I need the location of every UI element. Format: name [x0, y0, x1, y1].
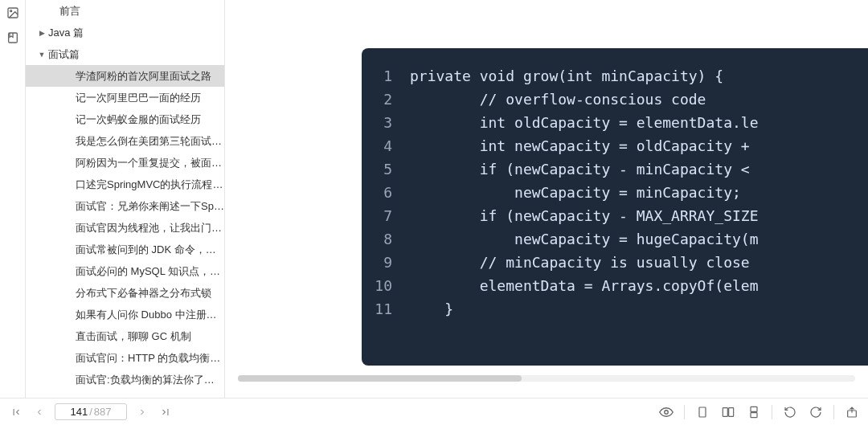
divider — [684, 405, 685, 419]
outline-item-label: 面试官问：HTTP 的负载均衡你了… — [76, 351, 224, 366]
share-icon[interactable] — [844, 404, 860, 420]
line-number: 11 — [362, 297, 410, 321]
code-line: 2 // overflow-conscious code — [362, 88, 868, 111]
code-line: 9 // minCapacity is usually close — [362, 251, 868, 274]
outline-item[interactable]: 前言 — [26, 0, 224, 22]
svg-rect-7 — [751, 407, 757, 411]
divider — [772, 405, 772, 419]
outline-item-label: 分布式下必备神器之分布式锁 — [76, 286, 211, 300]
outline-item[interactable]: ▶Java 篇 — [26, 22, 224, 43]
code-line: 7 if (newCapacity - MAX_ARRAY_SIZE — [362, 204, 868, 227]
outline-item[interactable]: 我是怎么倒在美团第三轮面试之下的 — [26, 130, 224, 152]
svg-rect-6 — [729, 407, 734, 416]
line-number: 6 — [362, 181, 410, 204]
code-line: 3 int oldCapacity = elementData.le — [362, 111, 868, 134]
line-number: 9 — [362, 251, 410, 274]
line-number: 4 — [362, 134, 410, 157]
code-line: 10 elementData = Arrays.copyOf(elem — [362, 274, 868, 297]
outline-item[interactable]: 面试必问的 MySQL 知识点，你还… — [26, 260, 224, 282]
continuous-scroll-icon[interactable] — [746, 404, 762, 420]
code-block: 1private void grow(int minCapacity) {2 /… — [362, 48, 868, 366]
line-number: 1 — [362, 64, 410, 88]
outline-item[interactable]: 记一次阿里巴巴一面的经历 — [26, 87, 224, 108]
outline-item-label: 面试官：兄弟你来阐述一下Spring… — [76, 199, 224, 214]
outline-item[interactable]: 面试官:负载均衡的算法你了解不? — [26, 369, 224, 390]
code-text: elementData = Arrays.copyOf(elem — [410, 274, 758, 297]
left-toolbar — [0, 0, 26, 398]
caret-right-icon[interactable]: ▶ — [35, 29, 48, 37]
outline-sidebar[interactable]: 前言▶Java 篇▼面试篇学渣阿粉的首次阿里面试之路记一次阿里巴巴一面的经历记一… — [26, 0, 225, 398]
outline-item[interactable]: 直击面试，聊聊 GC 机制 — [26, 325, 224, 347]
outline-item-label: 记一次蚂蚁金服的面试经历 — [76, 112, 201, 127]
page-indicator[interactable]: 141 / 887 — [55, 403, 127, 420]
outline-item-label: 我是怎么倒在美团第三轮面试之下的 — [76, 134, 224, 149]
outline-item-label: 直击面试，聊聊 GC 机制 — [76, 329, 191, 344]
outline-item-label: 面试常被问到的 JDK 命令，你知… — [76, 243, 224, 257]
outline-item-label: 前言 — [59, 4, 80, 18]
code-line: 5 if (newCapacity - minCapacity < — [362, 157, 868, 181]
outline-item[interactable]: 面试官：兄弟你来阐述一下Spring… — [26, 195, 224, 217]
divider — [833, 405, 834, 419]
svg-rect-8 — [751, 412, 757, 417]
svg-point-1 — [10, 10, 11, 12]
code-text: newCapacity = hugeCapacity(m — [410, 227, 758, 251]
outline-item[interactable]: 分布式下必备神器之分布式锁 — [26, 282, 224, 304]
next-page-button[interactable] — [135, 405, 149, 419]
code-text: // overflow-conscious code — [410, 88, 706, 111]
outline-item[interactable]: 如果有人问你 Dubbo 中注册中心… — [26, 304, 224, 325]
svg-rect-5 — [723, 407, 727, 416]
content-area: 1private void grow(int minCapacity) {2 /… — [225, 0, 868, 398]
thumbnails-icon[interactable] — [6, 6, 19, 22]
outline-item-label: 口述完SpringMVC的执行流程后，… — [76, 178, 224, 192]
outline-item[interactable]: ▼面试篇 — [26, 43, 224, 65]
bottom-toolbar: 141 / 887 — [0, 398, 868, 425]
outline-item-label: 面试官因为线程池，让我出门左拐！ — [76, 221, 224, 235]
single-page-icon[interactable] — [694, 404, 710, 420]
outline-item-label: 记一次阿里巴巴一面的经历 — [76, 91, 201, 105]
current-page: 141 — [70, 406, 88, 418]
code-line: 4 int newCapacity = oldCapacity + — [362, 134, 868, 157]
horizontal-scrollbar[interactable] — [238, 375, 855, 382]
svg-rect-4 — [699, 407, 706, 417]
line-number: 5 — [362, 157, 410, 181]
code-text: } — [410, 297, 453, 321]
outline-item[interactable]: 学渣阿粉的首次阿里面试之路 — [26, 65, 224, 87]
eye-icon[interactable] — [658, 404, 674, 420]
code-text: if (newCapacity - minCapacity < — [410, 157, 758, 181]
first-page-button[interactable] — [8, 404, 24, 420]
outline-item-label: 面试官:负载均衡的算法你了解不? — [76, 373, 224, 387]
outline-item-label: 学渣阿粉的首次阿里面试之路 — [76, 69, 211, 84]
line-number: 3 — [362, 111, 410, 134]
outline-item[interactable]: 口述完SpringMVC的执行流程后，… — [26, 174, 224, 195]
code-line: 8 newCapacity = hugeCapacity(m — [362, 227, 868, 251]
line-number: 8 — [362, 227, 410, 251]
caret-down-icon[interactable]: ▼ — [35, 51, 48, 59]
code-line: 1private void grow(int minCapacity) { — [362, 64, 868, 88]
code-text: private void grow(int minCapacity) { — [410, 64, 723, 88]
scrollbar-thumb[interactable] — [238, 375, 522, 382]
outline-item[interactable]: 面试官因为线程池，让我出门左拐！ — [26, 217, 224, 239]
outline-item-label: 面试必问的 MySQL 知识点，你还… — [76, 264, 224, 279]
total-pages: 887 — [94, 406, 112, 418]
code-text: // minCapacity is usually close — [410, 251, 758, 274]
prev-page-button[interactable] — [32, 405, 47, 419]
bookmark-icon[interactable] — [6, 31, 19, 47]
svg-point-3 — [665, 410, 669, 414]
rotate-left-icon[interactable] — [782, 404, 798, 420]
outline-item[interactable]: 阿粉因为一个重复提交，被面试官… — [26, 152, 224, 174]
outline-item[interactable]: 面试官问：HTTP 的负载均衡你了… — [26, 347, 224, 369]
code-text: if (newCapacity - MAX_ARRAY_SIZE — [410, 204, 758, 227]
code-text: newCapacity = minCapacity; — [410, 181, 741, 204]
outline-item-label: 阿粉因为一个重复提交，被面试官… — [76, 156, 224, 170]
outline-item[interactable]: 记一次蚂蚁金服的面试经历 — [26, 108, 224, 130]
last-page-button[interactable] — [158, 404, 174, 420]
two-page-icon[interactable] — [720, 404, 736, 420]
line-number: 10 — [362, 274, 410, 297]
outline-item[interactable]: 面试常被问到的 JDK 命令，你知… — [26, 239, 224, 260]
rotate-right-icon[interactable] — [808, 404, 824, 420]
outline-item-label: 面试篇 — [48, 47, 80, 62]
code-text: int newCapacity = oldCapacity + — [410, 134, 758, 157]
outline-item-label: 如果有人问你 Dubbo 中注册中心… — [76, 308, 224, 322]
outline-item-label: Java 篇 — [48, 26, 84, 40]
line-number: 2 — [362, 88, 410, 111]
